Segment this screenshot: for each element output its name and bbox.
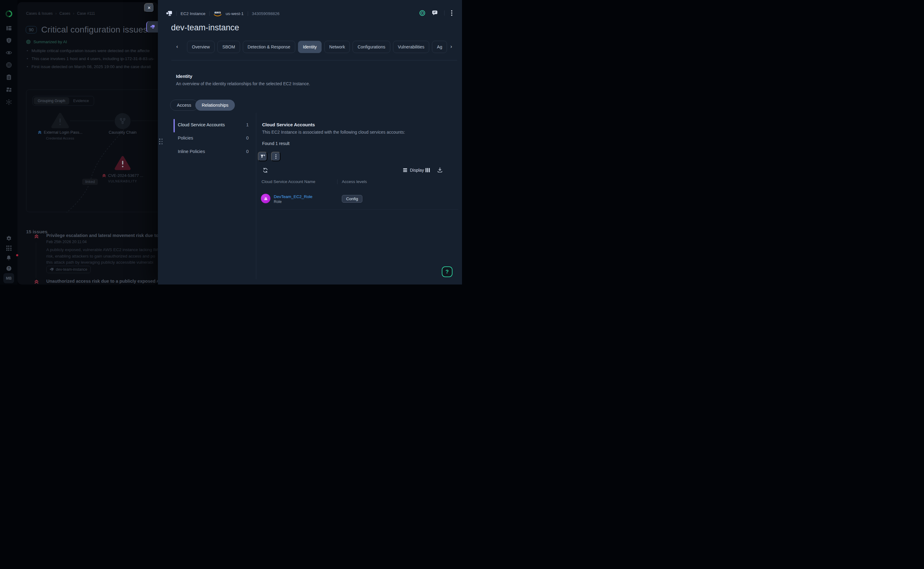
ai-bullet: Multiple critical configuration issues w… [27, 47, 154, 55]
detail-description: This EC2 Instance is associated with the… [262, 130, 405, 135]
column-divider [337, 180, 337, 184]
kebab-menu-icon[interactable] [451, 10, 453, 16]
nav-compliance-clipboard-icon[interactable] [6, 74, 12, 80]
kebab-icon [275, 154, 277, 159]
notifications-bell-icon[interactable] [0, 255, 17, 261]
external-login-node-sublabel: Credential Access [36, 137, 85, 140]
cve-node-sublabel: VULNERABILITY [98, 180, 147, 183]
breadcrumb-case-111[interactable]: Case #111 [77, 11, 95, 16]
help-circle-icon[interactable]: ? [6, 265, 12, 271]
orca-logo-icon[interactable] [5, 10, 12, 17]
column-header-account-name[interactable]: Cloud Service Account Name [261, 180, 315, 184]
breadcrumb-cases-issues[interactable]: Cases & Issues [26, 11, 53, 16]
severity-critical-icon [34, 234, 39, 239]
identity-section-description: An overview of the identity relationship… [176, 81, 310, 86]
tab-identity[interactable]: Identity [298, 41, 322, 53]
help-button[interactable]: ? [442, 266, 453, 277]
panel-resize-handle[interactable] [159, 138, 163, 145]
list-item-cloud-service-accounts[interactable]: Cloud Service Accounts 1 [173, 121, 249, 129]
asset-panel-notch[interactable] [146, 21, 158, 32]
detail-heading: Cloud Service Accounts [262, 122, 315, 127]
tab-overview[interactable]: Overview [187, 41, 214, 53]
monitor-icon [50, 268, 54, 271]
list-item-inline-policies[interactable]: Inline Policies 0 [173, 148, 249, 155]
download-icon[interactable] [437, 167, 443, 173]
issue-timestamp: Feb 25th 2026 20:11:04 [46, 240, 87, 244]
list-item-policies[interactable]: Policies 0 [173, 134, 249, 142]
monitor-icon [150, 25, 155, 29]
refresh-icon[interactable] [263, 167, 268, 173]
external-login-node-label[interactable]: External Login Pass... [36, 130, 85, 135]
question-mark-icon: ? [445, 269, 448, 275]
filter-button[interactable] [258, 152, 267, 161]
settings-gear-icon[interactable] [6, 236, 12, 242]
ai-bullet: First issue detected on March 08, 2025 1… [27, 63, 154, 71]
tabs-scroll-right[interactable]: › [450, 44, 452, 50]
list-detail-divider [256, 113, 256, 279]
display-button[interactable]: Display [403, 168, 424, 173]
nav-inventory-blocks-icon[interactable] [6, 87, 12, 93]
ec2-monitor-icon [166, 11, 172, 16]
issue-title[interactable]: Unauthorized access risk due to a public… [46, 279, 158, 284]
cve-warning-triangle-node[interactable] [114, 155, 132, 171]
close-panel-button[interactable]: ✕ [144, 3, 154, 12]
issue-title[interactable]: Privilege escalation and lateral movemen… [46, 233, 158, 238]
severity-critical-icon [34, 279, 39, 284]
identity-section-heading: Identity [176, 74, 192, 79]
aws-logo: aws [214, 11, 222, 17]
column-header-access-levels[interactable]: Access levels [342, 180, 367, 184]
access-level-chip[interactable]: Config [342, 195, 362, 202]
tab-agents[interactable]: Ag [432, 41, 447, 53]
breadcrumb-cases[interactable]: Cases [59, 11, 70, 16]
asset-type-label: EC2 Instance [181, 11, 205, 16]
role-avatar [261, 194, 271, 203]
tabs-scroll-left[interactable]: ‹ [176, 44, 178, 50]
ai-summary-bullets: Multiple critical configuration issues w… [27, 47, 154, 71]
case-detail-panel: Cases & Issues › Cases › Case #111 90 Cr… [17, 2, 158, 284]
ai-radar-icon[interactable] [419, 10, 426, 16]
nav-target-icon[interactable] [6, 62, 12, 68]
causality-chain-label[interactable]: Causality Chain [101, 130, 144, 135]
edge-label-linked: linked [82, 179, 98, 185]
asset-title: dev-team-instance [171, 23, 239, 32]
svg-text:?: ? [8, 267, 9, 270]
causality-chain-node[interactable] [115, 113, 131, 129]
ai-bullet: This case involves 1 host and 4 users, i… [27, 55, 154, 63]
case-title: Critical configuration issues [41, 25, 148, 35]
issue-description: A publicly exposed, vulnerable AWS EC2 i… [46, 247, 158, 266]
asset-tabs: Overview SBOM Detection & Response Ident… [187, 41, 448, 54]
ai-summary-label: Summarized by AI [33, 40, 67, 44]
tab-configurations[interactable]: Configurations [353, 41, 390, 53]
hard-hat-icon [263, 196, 268, 201]
warning-triangle-node[interactable] [50, 112, 70, 129]
tab-sbom[interactable]: SBOM [217, 41, 240, 53]
row-divider [261, 209, 458, 210]
nav-visibility-eye-icon[interactable] [6, 50, 12, 56]
comments-icon[interactable] [432, 10, 438, 16]
asset-tag-chip[interactable]: dev-team-instance [46, 266, 91, 273]
nav-dashboard-icon[interactable] [6, 25, 12, 31]
filter-plus-icon [260, 154, 265, 159]
more-filters-button[interactable] [271, 152, 281, 161]
grouping-graph-card: Grouping Graph Evidence External Login P… [26, 90, 158, 212]
notification-badge [16, 254, 18, 256]
issue-thread-line [36, 242, 36, 278]
tab-network[interactable]: Network [324, 41, 350, 53]
apps-grid-icon[interactable] [6, 246, 11, 251]
left-nav-rail: ? MB [0, 0, 17, 284]
toggle-access[interactable]: Access [170, 100, 198, 111]
panel-actions [419, 8, 453, 17]
nav-hive-icon[interactable] [6, 99, 12, 105]
cve-node-label[interactable]: CVE-2024-53677 ... [98, 173, 147, 178]
toggle-relationships[interactable]: Relationships [195, 100, 235, 111]
columns-icon[interactable] [425, 168, 430, 173]
user-avatar[interactable]: MB [3, 273, 14, 283]
account-id: 343059098826 [252, 11, 280, 16]
tab-vulnerabilities[interactable]: Vulnerabilities [393, 41, 430, 53]
close-icon: ✕ [147, 6, 151, 10]
nav-risks-shield-icon[interactable] [6, 37, 12, 44]
asset-detail-panel: EC2 Instance aws us-west-1 343059098826 [158, 0, 462, 284]
account-name-link[interactable]: DevTeam_EC2_Role [274, 194, 312, 199]
tab-detection-response[interactable]: Detection & Response [243, 41, 295, 53]
result-count: Found 1 result [262, 141, 290, 146]
